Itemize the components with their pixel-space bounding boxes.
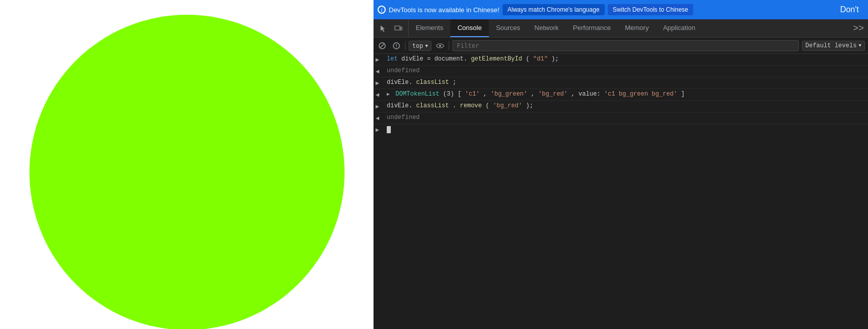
console-code: divEle. classList . remove ( 'bg_red' ); — [387, 102, 865, 109]
clear-console-button[interactable] — [377, 40, 388, 51]
tab-sources[interactable]: Sources — [489, 19, 528, 37]
prompt-arrow: ▶ — [376, 102, 384, 110]
console-output-text: undefined — [387, 114, 865, 121]
devtools-panel: i DevTools is now available in Chinese! … — [374, 0, 868, 329]
svg-rect-0 — [395, 26, 400, 30]
eye-button[interactable] — [435, 40, 446, 51]
svg-line-3 — [380, 43, 384, 47]
more-tabs-button[interactable]: >> — [849, 23, 868, 34]
console-code: divEle. classList ; — [387, 79, 865, 86]
prompt-arrow: ◀ — [376, 91, 384, 99]
toggle-device-toolbar-button[interactable] — [392, 22, 405, 35]
inspect-element-button[interactable] — [377, 22, 390, 35]
filter-input[interactable] — [455, 41, 796, 50]
prompt-arrow: ◀ — [376, 114, 384, 122]
tab-memory[interactable]: Memory — [618, 19, 656, 37]
match-language-button[interactable]: Always match Chrome's language — [503, 4, 605, 15]
console-line: ▶ divEle. classList ; — [374, 77, 868, 89]
switch-to-chinese-button[interactable]: Switch DevTools to Chinese — [608, 4, 694, 15]
notification-bar: i DevTools is now available in Chinese! … — [374, 0, 868, 19]
webpage-preview — [0, 0, 374, 329]
tab-console[interactable]: Console — [450, 19, 489, 37]
notification-message: DevTools is now available in Chinese! — [389, 6, 500, 14]
info-icon: i — [378, 6, 386, 14]
filter-container — [452, 40, 799, 51]
close-notification-button[interactable]: Don't — [835, 3, 864, 16]
default-levels-selector[interactable]: Default levels ▼ — [802, 41, 865, 51]
svg-point-6 — [396, 46, 397, 47]
toolbar-divider-1 — [405, 41, 406, 50]
svg-rect-1 — [400, 27, 402, 30]
console-output-text: ▶ DOMTokenList (3) [ 'c1' , 'bg_green' ,… — [387, 91, 865, 98]
console-line: ◀ undefined — [374, 112, 868, 124]
console-line: ▶ let divEle = document. getElementById … — [374, 54, 868, 66]
input-prompt: ▶ — [376, 126, 384, 134]
console-code: let divEle = document. getElementById ( … — [387, 55, 865, 63]
console-line: ◀ undefined — [374, 66, 868, 77]
tab-performance[interactable]: Performance — [566, 19, 617, 37]
pause-button[interactable] — [391, 40, 402, 51]
console-output-text: undefined — [387, 67, 865, 74]
console-line: ▶ divEle. classList . remove ( 'bg_red' … — [374, 101, 868, 112]
toolbar-divider-2 — [449, 41, 449, 50]
console-toolbar: top ▼ Default levels ▼ — [374, 38, 868, 54]
prompt-arrow: ▶ — [376, 79, 384, 87]
tab-toolbar-icons — [374, 19, 409, 37]
svg-point-8 — [439, 45, 441, 47]
tab-bar: Elements Console Sources Network Perform… — [374, 19, 868, 38]
tab-elements[interactable]: Elements — [409, 19, 450, 37]
console-cursor — [387, 126, 391, 133]
tab-application[interactable]: Application — [656, 19, 703, 37]
console-line: ◀ ▶ DOMTokenList (3) [ 'c1' , 'bg_green'… — [374, 89, 868, 101]
prompt-arrow: ◀ — [376, 67, 384, 75]
expand-icon[interactable]: ▶ — [387, 92, 390, 97]
context-selector[interactable]: top ▼ — [409, 41, 431, 51]
green-circle — [29, 15, 345, 330]
prompt-arrow: ▶ — [376, 55, 384, 64]
tab-network[interactable]: Network — [528, 19, 566, 37]
console-input-line[interactable]: ▶ — [374, 124, 868, 135]
console-output: ▶ let divEle = document. getElementById … — [374, 54, 868, 329]
